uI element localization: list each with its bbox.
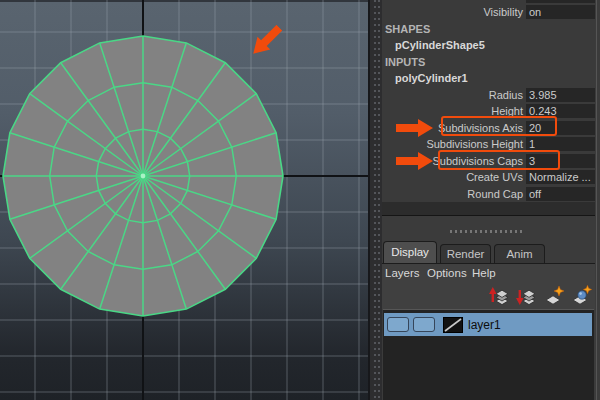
layer-name: layer1 <box>468 318 501 332</box>
channel-row-round-cap: Round Capoff <box>382 186 595 203</box>
channel-row-polycylinder1: polyCylinder1 <box>382 70 595 87</box>
layer-visibility-checkbox[interactable] <box>387 317 409 332</box>
annotation-arrow-icon <box>396 151 434 171</box>
section-header-inputs: INPUTS <box>382 56 425 68</box>
layer-editor-toolbar: LayersOptionsHelp <box>382 263 595 310</box>
right-panel: VisibilityonSHAPESpCylinderShape5INPUTSp… <box>382 0 600 400</box>
layer-list[interactable]: layer1 <box>383 309 594 400</box>
channel-box: VisibilityonSHAPESpCylinderShape5INPUTSp… <box>382 0 595 202</box>
attr-label-round-cap: Round Cap <box>382 188 526 200</box>
attr-label-radius: Radius <box>382 89 526 101</box>
channel-row-shapes: SHAPES <box>382 21 595 38</box>
channel-row-inputs: INPUTS <box>382 54 595 71</box>
splitter-dots-icon <box>378 0 380 400</box>
annotation-box-subdivisions-caps <box>438 150 560 170</box>
layer-color-swatch[interactable] <box>443 317 463 333</box>
panel-right-edge <box>596 0 597 400</box>
tab-anim[interactable]: Anim <box>494 244 545 263</box>
attr-value-field-radius[interactable]: 3.985 <box>526 88 595 102</box>
menu-help[interactable]: Help <box>472 267 496 279</box>
layer-playback-checkbox[interactable] <box>413 317 435 332</box>
channel-box-footer <box>382 202 595 216</box>
create-empty-layer-icon[interactable] <box>543 285 565 307</box>
section-header-shapes: SHAPES <box>382 23 430 35</box>
annotation-box-subdivisions-axis <box>441 116 557 136</box>
menu-layers[interactable]: Layers <box>385 267 420 279</box>
cylinder-object[interactable] <box>3 36 283 316</box>
node-name-polycylinder1[interactable]: polyCylinder1 <box>382 72 468 84</box>
viewport-canvas[interactable] <box>0 0 368 400</box>
channel-row-visibility: Visibilityon <box>382 4 595 21</box>
attr-value-field-round-cap[interactable]: off <box>526 187 595 201</box>
panel-splitter[interactable] <box>368 0 382 400</box>
layer-toolbar-icons <box>484 285 592 307</box>
attr-value-field-visibility[interactable]: on <box>526 5 595 19</box>
viewport-panel[interactable] <box>0 0 368 400</box>
attr-value-field-partial <box>526 0 595 3</box>
splitter-dots-icon <box>374 0 376 400</box>
menu-options[interactable]: Options <box>427 267 467 279</box>
tab-render[interactable]: Render <box>440 244 491 263</box>
channel-row-create-uvs: Create UVsNormalize ... <box>382 169 595 186</box>
move-layer-up-icon[interactable] <box>489 285 511 307</box>
node-name-pcylindershape5[interactable]: pCylinderShape5 <box>382 39 485 51</box>
layer-editor-grip-icon[interactable] <box>450 230 524 233</box>
layer-row-layer1[interactable]: layer1 <box>384 313 592 336</box>
attr-label-subdivisions-height: Subdivisions Height <box>382 138 526 150</box>
layer-editor-tabs: DisplayRenderAnim <box>383 241 548 263</box>
tab-display[interactable]: Display <box>383 241 437 263</box>
create-layer-from-selected-icon[interactable] <box>570 285 592 307</box>
maya-window: VisibilityonSHAPESpCylinderShape5INPUTSp… <box>0 0 600 400</box>
attr-label-visibility: Visibility <box>382 6 526 18</box>
attr-value-field-create-uvs[interactable]: Normalize ... <box>526 170 595 184</box>
annotation-arrow-icon <box>396 118 434 138</box>
attr-label-create-uvs: Create UVs <box>382 171 526 183</box>
channel-row-pcylindershape5: pCylinderShape5 <box>382 37 595 54</box>
channel-row-radius: Radius3.985 <box>382 87 595 104</box>
move-layer-down-icon[interactable] <box>516 285 538 307</box>
